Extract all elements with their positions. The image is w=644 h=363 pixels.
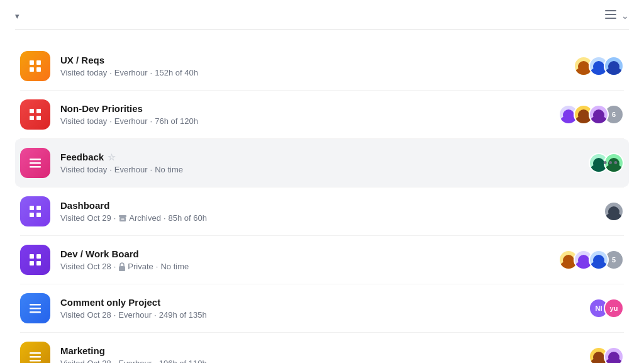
svg-rect-30: [30, 356, 41, 358]
project-name-text: Marketing: [60, 345, 105, 356]
svg-rect-23: [30, 261, 34, 265]
project-name-text: Non-Dev Priorities: [60, 103, 143, 114]
project-name-text: Comment only Project: [60, 297, 160, 308]
meta-dot: ·: [114, 213, 116, 223]
meta-dot: ·: [109, 116, 112, 126]
project-meta-comment-only: Visited Oct 28 · Everhour · 249h of 135h: [60, 310, 579, 320]
collapse-icon[interactable]: ▾: [15, 11, 19, 21]
time-text: No time: [155, 165, 183, 174]
project-name-feedback: Feedback☆: [60, 152, 579, 162]
meta-dot: ·: [114, 310, 116, 320]
project-list: UX / ReqsVisited today · Everhour · 152h…: [15, 42, 629, 363]
time-text: 85h of 60h: [169, 213, 207, 223]
meta-dot: ·: [109, 68, 112, 77]
project-info-ux-reqs: UX / ReqsVisited today · Everhour · 152h…: [60, 55, 564, 77]
project-icon-dashboard: [20, 196, 50, 226]
project-meta-dashboard: Visited Oct 29 · Archived · 85h of 60h: [60, 213, 594, 223]
svg-rect-15: [36, 206, 41, 210]
time-text: 106h of 110h: [159, 359, 207, 363]
visited-text: Visited Oct 28: [60, 262, 111, 271]
meta-dot2: ·: [154, 359, 157, 363]
project-row-comment-only[interactable]: Comment only ProjectVisited Oct 28 · Eve…: [15, 284, 629, 332]
project-row-non-dev[interactable]: Non-Dev PrioritiesVisited today · Everho…: [15, 91, 629, 138]
svg-rect-7: [30, 109, 34, 113]
time-text: 76h of 120h: [155, 116, 198, 126]
meta-dot2: ·: [150, 68, 153, 77]
svg-rect-22: [36, 254, 41, 259]
header-right: ⌄: [605, 10, 629, 21]
svg-rect-8: [36, 109, 41, 113]
workspace-text: Everhour: [118, 310, 152, 320]
visited-text: Visited today: [60, 165, 107, 174]
project-avatars-dev-workboard: 5: [558, 250, 624, 270]
project-meta-marketing: Visited Oct 28 · Everhour · 106h of 110h: [60, 359, 579, 363]
list-view-icon[interactable]: [605, 10, 616, 21]
svg-rect-20: [121, 218, 125, 220]
time-text: 249h of 135h: [159, 310, 207, 320]
svg-rect-12: [30, 162, 41, 164]
svg-rect-11: [30, 159, 41, 160]
meta-dot: ·: [114, 262, 116, 271]
private-label: Private: [128, 262, 153, 271]
project-icon-comment-only: [20, 293, 50, 323]
svg-rect-24: [36, 261, 41, 265]
svg-rect-1: [605, 14, 616, 15]
project-avatars-ux-reqs: [574, 56, 624, 76]
more-options-button[interactable]: •••: [598, 154, 624, 172]
workspace-text: Everhour: [114, 68, 148, 77]
workspace-text: Everhour: [114, 116, 148, 126]
meta-dot2: ·: [156, 262, 158, 271]
meta-dot: ·: [114, 359, 116, 363]
project-name-text: Dev / Work Board: [60, 249, 139, 259]
archived-label: Archived: [129, 213, 161, 223]
svg-rect-31: [30, 360, 41, 362]
svg-rect-18: [119, 215, 126, 217]
project-info-comment-only: Comment only ProjectVisited Oct 28 · Eve…: [60, 297, 579, 320]
star-icon[interactable]: ☆: [108, 152, 116, 162]
time-text: No time: [160, 262, 189, 271]
project-name-text: Dashboard: [60, 200, 109, 211]
project-name-non-dev: Non-Dev Priorities: [60, 103, 548, 114]
archived-badge: Archived: [118, 213, 161, 223]
svg-rect-5: [30, 67, 34, 72]
project-name-dashboard: Dashboard: [60, 200, 594, 211]
project-info-marketing: MarketingVisited Oct 28 · Everhour · 106…: [60, 345, 579, 363]
project-row-dev-workboard[interactable]: Dev / Work BoardVisited Oct 28 · Private…: [15, 236, 629, 284]
svg-rect-26: [30, 304, 41, 306]
svg-rect-27: [30, 308, 41, 310]
meta-dot2: ·: [150, 116, 153, 126]
project-name-text: Feedback: [60, 152, 104, 162]
project-name-marketing: Marketing: [60, 345, 579, 356]
main-container: ▾ ⌄ UX / ReqsVisited today · Everhour · …: [0, 0, 644, 363]
meta-dot2: ·: [154, 310, 157, 320]
project-meta-ux-reqs: Visited today · Everhour · 152h of 40h: [60, 68, 564, 77]
svg-rect-3: [30, 60, 34, 65]
project-row-ux-reqs[interactable]: UX / ReqsVisited today · Everhour · 152h…: [15, 42, 629, 90]
header: ▾ ⌄: [15, 10, 629, 30]
avatar: [604, 347, 624, 363]
svg-rect-25: [119, 266, 125, 271]
meta-dot2: ·: [164, 213, 166, 223]
svg-rect-14: [30, 206, 34, 210]
project-row-feedback[interactable]: Feedback☆Visited today · Everhour · No t…: [15, 139, 629, 187]
project-info-non-dev: Non-Dev PrioritiesVisited today · Everho…: [60, 103, 548, 126]
visited-text: Visited today: [60, 116, 107, 126]
project-icon-non-dev: [20, 99, 50, 130]
svg-rect-16: [30, 213, 34, 217]
project-avatars-non-dev: 6: [558, 104, 624, 125]
project-icon-feedback: [20, 148, 50, 178]
header-left: ▾: [15, 11, 25, 21]
svg-rect-0: [605, 10, 616, 11]
svg-rect-21: [30, 254, 34, 259]
project-row-dashboard[interactable]: DashboardVisited Oct 29 · Archived · 85h…: [15, 187, 629, 235]
project-avatars-marketing: [589, 347, 624, 363]
project-name-dev-workboard: Dev / Work Board: [60, 249, 548, 259]
dropdown-chevron-icon[interactable]: ⌄: [621, 11, 629, 21]
project-meta-feedback: Visited today · Everhour · No time: [60, 165, 579, 174]
private-badge: Private: [118, 262, 153, 271]
project-info-dev-workboard: Dev / Work BoardVisited Oct 28 · Private…: [60, 249, 548, 271]
svg-rect-9: [30, 116, 34, 120]
project-name-comment-only: Comment only Project: [60, 297, 579, 308]
visited-text: Visited Oct 29: [60, 213, 111, 223]
project-row-marketing[interactable]: MarketingVisited Oct 28 · Everhour · 106…: [15, 333, 629, 363]
